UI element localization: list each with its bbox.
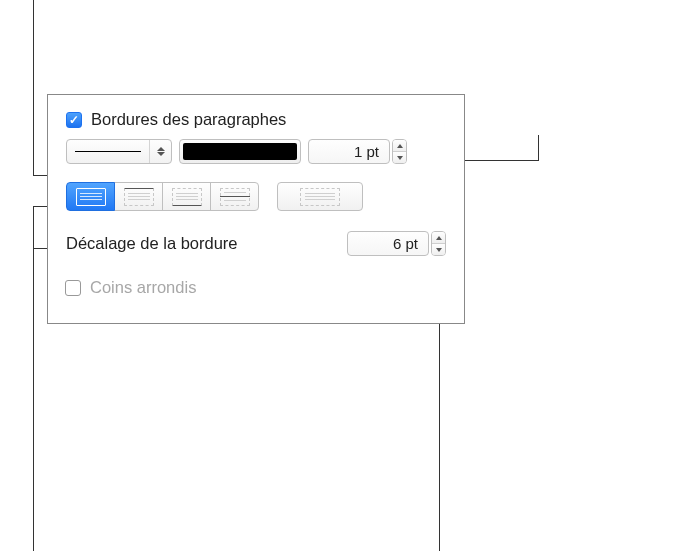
chevron-updown-icon [149,140,171,163]
chevron-down-icon [397,156,403,160]
rounded-corners-row: Coins arrondis [65,278,446,297]
border-top-icon [124,188,154,206]
border-all-sides-button[interactable] [66,182,115,211]
border-offset-label: Décalage de la bordure [66,234,238,253]
rounded-corners-label: Coins arrondis [90,278,196,297]
border-between-icon [220,188,250,206]
border-offset-decrement[interactable] [432,244,445,255]
chevron-up-icon [397,144,403,148]
paragraph-borders-checkbox[interactable] [66,112,82,128]
border-offset-stepper [431,231,446,256]
paragraph-borders-panel: Bordures des paragraphes 1 pt [47,94,465,324]
color-swatch [183,143,297,160]
border-color-well[interactable] [179,139,301,164]
border-offset-increment[interactable] [432,232,445,244]
border-none-button[interactable] [277,182,363,211]
border-position-segmented [66,182,259,211]
line-width-stepper [392,139,407,164]
line-width-decrement[interactable] [393,152,406,163]
paragraph-borders-checkbox-row: Bordures des paragraphes [66,110,446,129]
border-none-icon [300,188,340,206]
border-all-icon [76,188,106,206]
chevron-up-icon [436,236,442,240]
line-style-preview [67,140,149,163]
paragraph-borders-label: Bordures des paragraphes [91,110,286,129]
line-width-field[interactable]: 1 pt [308,139,390,164]
border-between-button[interactable] [210,182,259,211]
line-style-select[interactable] [66,139,172,164]
border-bottom-button[interactable] [162,182,211,211]
border-bottom-icon [172,188,202,206]
border-top-button[interactable] [114,182,163,211]
line-width-increment[interactable] [393,140,406,152]
border-offset-field[interactable]: 6 pt [347,231,429,256]
rounded-corners-checkbox[interactable] [65,280,81,296]
chevron-down-icon [436,248,442,252]
